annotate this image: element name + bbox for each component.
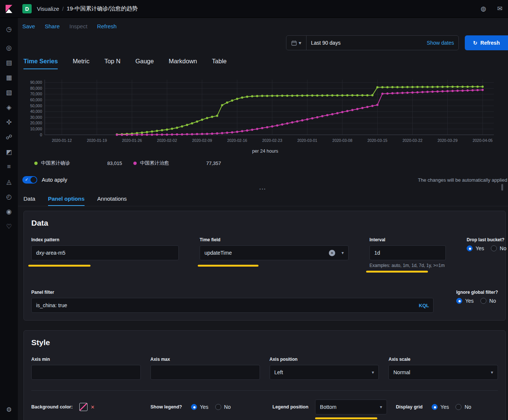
chevron-down-icon: ▾ — [342, 250, 344, 255]
svg-text:80,000: 80,000 — [30, 86, 42, 90]
nav-machine-learning-icon[interactable]: ✣ — [0, 115, 18, 130]
nav-management-icon[interactable]: ⚙ — [0, 402, 18, 417]
color-swatch[interactable] — [79, 403, 88, 411]
kql-toggle[interactable]: KQL — [419, 303, 429, 308]
auto-apply-message: The changes will be automatically applie… — [418, 177, 507, 183]
axis-max-input[interactable] — [150, 365, 260, 380]
nav-canvas-icon[interactable]: ▧ — [0, 85, 18, 100]
viz-tab-top-n[interactable]: Top N — [104, 58, 120, 69]
style-panel-heading: Style — [31, 338, 498, 347]
axis-scale-select[interactable]: Normal ▾ — [388, 365, 498, 380]
legend-item[interactable]: 中国累计治愈77,357 — [133, 160, 221, 166]
drop-last-bucket-yes-radio[interactable]: Yes — [467, 245, 484, 251]
ignore-global-filter-yes-radio[interactable]: Yes — [456, 298, 474, 304]
mail-icon[interactable]: ✉ — [492, 0, 508, 18]
style-panel: Style Axis min Axis max Axis position Le… — [23, 330, 506, 420]
viz-tab-time-series[interactable]: Time Series — [23, 58, 58, 69]
display-grid-radios: YesNo — [432, 404, 472, 410]
ignore-global-filter-no-radio[interactable]: No — [480, 298, 496, 304]
viz-tab-markdown[interactable]: Markdown — [169, 58, 197, 69]
viz-tab-gauge[interactable]: Gauge — [135, 58, 154, 69]
nav-visualize-icon[interactable]: ▤ — [0, 55, 18, 70]
show-legend-yes-radio[interactable]: Yes — [191, 404, 209, 410]
nav-recently-viewed-icon[interactable]: ◷ — [0, 22, 18, 36]
axis-max-label: Axis max — [150, 357, 260, 362]
axis-scale-label: Axis scale — [388, 357, 498, 362]
show-legend-no-radio[interactable]: No — [215, 404, 231, 410]
clear-selection-icon[interactable]: ✕ — [329, 250, 335, 256]
svg-text:0: 0 — [40, 133, 42, 137]
drop-last-bucket-radios: YesNo — [467, 245, 507, 251]
time-series-chart[interactable]: 010,00020,00030,00040,00050,00060,00070,… — [22, 74, 508, 166]
legend-series-name: 中国累计确诊 — [41, 160, 107, 166]
viz-tab-table[interactable]: Table — [212, 58, 226, 69]
breadcrumb-separator: / — [62, 6, 64, 12]
nav-stack-monitoring-icon[interactable]: ♡ — [0, 219, 18, 234]
nav-discover-icon[interactable]: ◎ — [0, 40, 18, 55]
viz-tabs: Time SeriesMetricTop NGaugeMarkdownTable — [18, 50, 508, 69]
chart-legend: 中国累计确诊83,015中国累计治愈77,357 — [22, 160, 508, 166]
nav-apm-icon[interactable]: ◬ — [0, 174, 18, 189]
collapse-toggle-icon[interactable]: ••• — [18, 187, 508, 191]
panel-filter-label: Panel filter — [31, 290, 434, 295]
editor-tab-annotations[interactable]: Annotations — [97, 195, 127, 206]
data-panel: Data Index pattern Time field upd — [23, 211, 506, 321]
show-dates-button[interactable]: Show dates — [427, 40, 458, 46]
display-grid-yes-radio[interactable]: Yes — [432, 404, 449, 410]
axis-position-select[interactable]: Left ▾ — [270, 365, 379, 380]
share-button[interactable]: Share — [45, 23, 60, 29]
index-pattern-input[interactable] — [31, 245, 179, 260]
nav-graph-icon[interactable]: ☍ — [0, 130, 18, 144]
left-nav: ◷◎▤▦▧◈✣☍◩≡◬◴◉♡⚙ — [0, 18, 18, 420]
nav-siem-icon[interactable]: ◉ — [0, 204, 18, 219]
nav-metrics-icon[interactable]: ◩ — [0, 144, 18, 159]
auto-apply-toggle[interactable]: ✓ — [22, 176, 37, 184]
svg-text:70,000: 70,000 — [30, 92, 42, 96]
nav-logs-icon[interactable]: ≡ — [0, 159, 18, 174]
editor-tab-panel-options[interactable]: Panel options — [48, 195, 85, 206]
save-button[interactable]: Save — [22, 23, 35, 29]
show-legend-radios: YesNo — [191, 404, 231, 410]
interval-input[interactable] — [369, 245, 446, 260]
refresh-link[interactable]: Refresh — [97, 23, 117, 29]
cloud-icon[interactable]: ◍ — [475, 0, 492, 18]
refresh-icon: ↻ — [473, 40, 477, 46]
chevron-down-icon: ▾ — [372, 370, 374, 375]
nav-uptime-icon[interactable]: ◴ — [0, 189, 18, 204]
breadcrumb-visualize[interactable]: Visualize — [37, 6, 59, 12]
calendar-icon[interactable]: ▾ — [286, 36, 307, 50]
nav-dashboard-icon[interactable]: ▦ — [0, 70, 18, 85]
time-field-select[interactable]: updateTime ✕ ▾ — [200, 245, 349, 260]
nav-maps-icon[interactable]: ◈ — [0, 100, 18, 115]
interval-label: Interval — [369, 237, 446, 242]
refresh-button[interactable]: ↻ Refresh — [465, 35, 508, 50]
display-grid-no-radio[interactable]: No — [455, 404, 471, 410]
show-legend-label: Show legend? — [150, 404, 182, 410]
scrollbar-thumb[interactable] — [501, 184, 503, 191]
axis-min-input[interactable] — [31, 365, 141, 380]
date-picker-row: ▾ Last 90 days Show dates ↻ Refresh — [18, 35, 508, 50]
viz-tab-metric[interactable]: Metric — [73, 58, 89, 69]
legend-position-select[interactable]: Bottom ▾ — [315, 400, 387, 414]
chart-x-axis-label: per 24 hours — [22, 149, 508, 154]
main-content: Save Share Inspect Refresh ▾ — [18, 18, 508, 420]
index-pattern-label: Index pattern — [31, 237, 179, 242]
kibana-logo-icon[interactable] — [0, 0, 18, 18]
remove-color-icon[interactable]: ✕ — [91, 404, 95, 410]
legend-item[interactable]: 中国累计确诊83,015 — [34, 160, 122, 166]
inspect-button: Inspect — [69, 23, 87, 29]
dirty-indicator — [198, 265, 258, 267]
svg-text:2020-02-16: 2020-02-16 — [227, 138, 247, 143]
auto-apply-label: Auto apply — [42, 177, 67, 183]
interval-help-text: Examples: auto, 1m, 1d, 7d, 1y, >=1m — [369, 263, 446, 268]
editor-tab-data[interactable]: Data — [23, 195, 35, 206]
space-badge[interactable]: D — [22, 4, 32, 13]
svg-text:40,000: 40,000 — [30, 109, 42, 114]
ignore-global-filter-radios: YesNo — [456, 298, 498, 304]
panel-filter-input[interactable] — [31, 298, 434, 313]
drop-last-bucket-no-radio[interactable]: No — [491, 245, 507, 251]
legend-series-name: 中国累计治愈 — [140, 160, 206, 166]
legend-position-label: Legend position — [273, 404, 309, 410]
svg-text:10,000: 10,000 — [30, 127, 42, 131]
date-range-value[interactable]: Last 90 days — [307, 40, 427, 46]
